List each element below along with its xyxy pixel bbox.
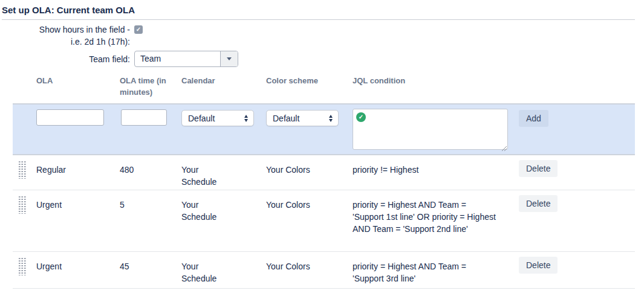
jql-input-wrap: ✓	[353, 109, 508, 152]
cell-ola-time: 480	[120, 155, 181, 190]
cell-calendar: Your Schedule	[181, 190, 230, 251]
delete-button[interactable]: Delete	[519, 257, 558, 274]
header-jql-condition: JQL condition	[353, 71, 519, 103]
table-row: Urgent 5 Your Schedule Your Colors prior…	[13, 190, 635, 252]
drag-handle-icon[interactable]	[18, 196, 26, 214]
jql-condition-textarea[interactable]	[353, 109, 508, 150]
ola-table: OLA OLA time (in minutes) Calendar Color…	[13, 71, 635, 289]
cell-ola: Urgent	[36, 190, 120, 251]
header-ola: OLA	[36, 71, 120, 103]
cell-color-scheme: Your Colors	[266, 155, 353, 190]
team-field-dropdown-button[interactable]	[220, 51, 238, 66]
select-spinner-icon	[244, 115, 248, 122]
cell-calendar: Your Schedule	[181, 252, 230, 288]
table-row: Urgent 45 Your Schedule Your Colors prio…	[13, 252, 635, 289]
page-title: Set up OLA: Current team OLA	[2, 5, 135, 15]
cell-ola-time: 5	[120, 190, 181, 251]
show-hours-label-line1: Show hours in the field -	[0, 24, 130, 36]
show-hours-label: Show hours in the field - i.e. 2d 1h (17…	[0, 24, 130, 48]
cell-jql-condition: priority = Highest AND Team = 'Support 3…	[353, 252, 505, 288]
header-color-scheme: Color scheme	[266, 71, 353, 103]
team-field-select[interactable]: Team	[134, 51, 238, 67]
color-scheme-select[interactable]: Default	[266, 110, 339, 126]
cell-ola: Regular	[36, 155, 120, 190]
table-row: Regular 480 Your Schedule Your Colors pr…	[13, 155, 635, 190]
delete-button[interactable]: Delete	[519, 160, 558, 177]
header-ola-time: OLA time (in minutes)	[120, 71, 181, 103]
calendar-selected-value: Default	[182, 114, 244, 123]
drag-handle-icon[interactable]	[18, 257, 26, 275]
team-field-selected-value: Team	[135, 51, 220, 66]
add-ola-row: Default Default ✓ Add	[13, 103, 635, 155]
title-divider	[2, 19, 635, 20]
ola-time-input[interactable]	[121, 109, 167, 126]
add-button[interactable]: Add	[519, 110, 548, 127]
show-hours-label-line2: i.e. 2d 1h (17h):	[0, 36, 130, 48]
select-spinner-icon	[329, 115, 333, 122]
ola-name-input[interactable]	[36, 109, 104, 126]
delete-button[interactable]: Delete	[519, 195, 558, 212]
cell-color-scheme: Your Colors	[266, 190, 353, 251]
jql-valid-icon: ✓	[356, 112, 366, 122]
ola-settings-page: Set up OLA: Current team OLA Show hours …	[0, 0, 644, 299]
cell-calendar: Your Schedule	[181, 155, 230, 190]
cell-ola-time: 45	[120, 252, 181, 288]
checkbox-check-icon: ✓	[136, 27, 141, 33]
calendar-select[interactable]: Default	[181, 110, 254, 126]
chevron-down-icon	[227, 57, 232, 60]
team-field-label: Team field:	[0, 53, 130, 65]
header-handle-spacer	[13, 71, 36, 103]
cell-jql-condition: priority != Highest	[353, 155, 505, 190]
cell-color-scheme: Your Colors	[266, 252, 353, 288]
table-header-row: OLA OLA time (in minutes) Calendar Color…	[13, 71, 635, 103]
header-actions-spacer	[519, 71, 635, 103]
show-hours-checkbox[interactable]: ✓	[134, 25, 143, 34]
cell-jql-condition: priority = Highest AND Team = 'Support 1…	[353, 190, 505, 251]
add-row-handle-spacer	[13, 104, 36, 154]
cell-ola: Urgent	[36, 252, 120, 288]
drag-handle-icon[interactable]	[18, 161, 26, 179]
color-scheme-selected-value: Default	[267, 114, 329, 123]
header-calendar: Calendar	[181, 71, 266, 103]
